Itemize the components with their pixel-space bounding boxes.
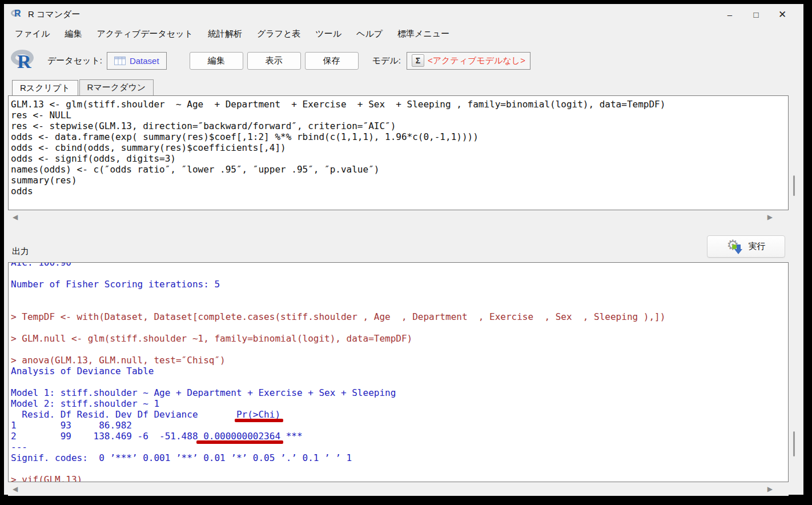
window-controls: – □ ✕ (717, 4, 803, 25)
r-logo-icon: R (11, 9, 23, 20)
output-line: Model 2: stiff.shoulder ~ 1 (11, 398, 786, 409)
run-button[interactable]: ⚙ 実行 (707, 235, 785, 258)
output-horizontal-scrollbar[interactable]: ◀ ▶ (8, 483, 789, 496)
close-button[interactable]: ✕ (769, 4, 795, 25)
red-underline-annotation: Pr(>Chi) (236, 409, 280, 420)
down-arrow-icon (734, 249, 742, 254)
save-dataset-button[interactable]: 保存 (305, 52, 359, 70)
menu-item-7[interactable]: 標準メニュー (390, 26, 457, 42)
output-line: > GLM.null <- glm(stiff.shoulder ~1, fam… (11, 333, 786, 344)
tab-r-script[interactable]: Rスクリプト (12, 80, 78, 96)
r-logo-large-icon: R (10, 47, 39, 74)
menu-item-3[interactable]: 統計解析 (200, 26, 250, 42)
script-line: summary(res) (11, 175, 786, 186)
r-commander-window: R R コマンダー – □ ✕ ファイル編集アクティブデータセット統計解析グラフ… (4, 4, 803, 495)
output-line: > vif(GLM.13) (11, 474, 786, 482)
model-label: モデル: (372, 55, 401, 66)
script-line: GLM.13 <- glm(stiff.shoulder ~ Age + Dep… (11, 99, 786, 110)
minimize-button[interactable]: – (717, 4, 743, 25)
active-dataset-button[interactable]: Dataset (107, 52, 167, 70)
r-logo-letter: R (17, 51, 31, 73)
output-vertical-scrollbar-thumb[interactable] (793, 431, 795, 456)
sigma-icon: Σ (412, 54, 424, 67)
output-line: 1 93 86.982 (11, 420, 786, 431)
script-horizontal-scrollbar[interactable]: ◀ ▶ (8, 211, 789, 224)
window-title: R コマンダー (28, 9, 80, 20)
down-arrow-stem (737, 245, 741, 249)
red-underline-annotation: 0.000000002364 (198, 431, 281, 442)
output-line (11, 463, 786, 474)
script-lines: GLM.13 <- glm(stiff.shoulder ~ Age + Dep… (9, 96, 788, 199)
output-line: > anova(GLM.13, GLM.null, test=″Chisq″) (11, 355, 786, 366)
menu-item-0[interactable]: ファイル (7, 26, 57, 42)
scroll-right-icon[interactable]: ▶ (767, 485, 773, 493)
menu-item-4[interactable]: グラフと表 (250, 26, 308, 42)
output-line: Analysis of Deviance Table (11, 366, 786, 376)
script-line: odds (11, 186, 786, 197)
output-line: AIC: 100.90 (11, 262, 786, 268)
output-line (11, 300, 786, 311)
output-header: 出力 ⚙ 実行 (4, 234, 803, 261)
output-line: Model 1: stiff.shoulder ~ Age + Departme… (11, 387, 786, 398)
menu-item-6[interactable]: ヘルプ (349, 26, 390, 42)
script-line: res <- NULL (11, 110, 786, 121)
active-dataset-name: Dataset (130, 56, 159, 66)
gear-dot (732, 245, 737, 249)
output-line (11, 376, 786, 387)
active-model-button[interactable]: Σ <アクティブモデルなし> (407, 52, 530, 70)
script-line: res <- stepwise(GLM.13, direction=″backw… (11, 121, 786, 131)
menu-item-5[interactable]: ツール (308, 26, 349, 42)
run-button-label: 実行 (749, 241, 766, 252)
maximize-button[interactable]: □ (743, 4, 769, 25)
dataset-label: データセット: (47, 55, 102, 66)
toolbar: R データセット: Dataset 編集 表示 保存 モデル: Σ <アクティブ… (4, 43, 803, 78)
title-bar: R R コマンダー – □ ✕ (4, 4, 803, 25)
output-line (11, 290, 786, 300)
tab-bar: RスクリプトRマークダウン (4, 78, 803, 95)
output-line: Signif. codes: 0 ’***’ 0.001 ’**’ 0.01 ’… (11, 452, 786, 463)
script-line: names(odds) <- c(″odds ratio″, ″lower .9… (11, 164, 786, 175)
output-line: --- (11, 442, 786, 452)
tab-r-markdown[interactable]: Rマークダウン (79, 79, 154, 95)
view-dataset-button[interactable]: 表示 (247, 52, 301, 70)
script-line: odds <- cbind(odds, summary(res)$coeffic… (11, 142, 786, 153)
output-line (11, 322, 786, 333)
output-line: 2 99 138.469 -6 -51.488 0.000000002364 *… (11, 431, 786, 442)
output-line: Resid. Df Resid. Dev Df Deviance Pr(>Chi… (11, 409, 786, 420)
output-line: > TempDF <- with(Dataset, Dataset[comple… (11, 311, 786, 322)
scroll-right-icon[interactable]: ▶ (767, 213, 773, 221)
menu-item-1[interactable]: 編集 (57, 26, 89, 42)
menu-bar: ファイル編集アクティブデータセット統計解析グラフと表ツールヘルプ標準メニュー (4, 25, 803, 43)
output-line: Number of Fisher Scoring iterations: 5 (11, 279, 786, 290)
script-line: odds <- data.frame(exp( summary(res)$coe… (11, 131, 786, 142)
scroll-left-icon[interactable]: ◀ (13, 485, 18, 493)
script-vertical-scrollbar-thumb[interactable] (793, 175, 795, 196)
run-gear-icon: ⚙ (727, 238, 744, 255)
output-label: 出力 (12, 246, 29, 257)
script-line: odds <- signif(odds, digits=3) (11, 153, 786, 164)
edit-dataset-button[interactable]: 編集 (190, 52, 243, 70)
output-line (11, 268, 786, 279)
output-lines: AIC: 100.90 Number of Fisher Scoring ite… (9, 262, 788, 482)
r-script-editor[interactable]: GLM.13 <- glm(stiff.shoulder ~ Age + Dep… (8, 95, 789, 210)
active-model-name: <アクティブモデルなし> (428, 55, 525, 66)
scroll-left-icon[interactable]: ◀ (13, 213, 18, 221)
output-line (11, 344, 786, 355)
output-console[interactable]: AIC: 100.90 Number of Fisher Scoring ite… (8, 262, 789, 482)
table-icon (114, 57, 126, 65)
r-logo-letter: R (14, 9, 21, 19)
menu-item-2[interactable]: アクティブデータセット (89, 26, 200, 42)
